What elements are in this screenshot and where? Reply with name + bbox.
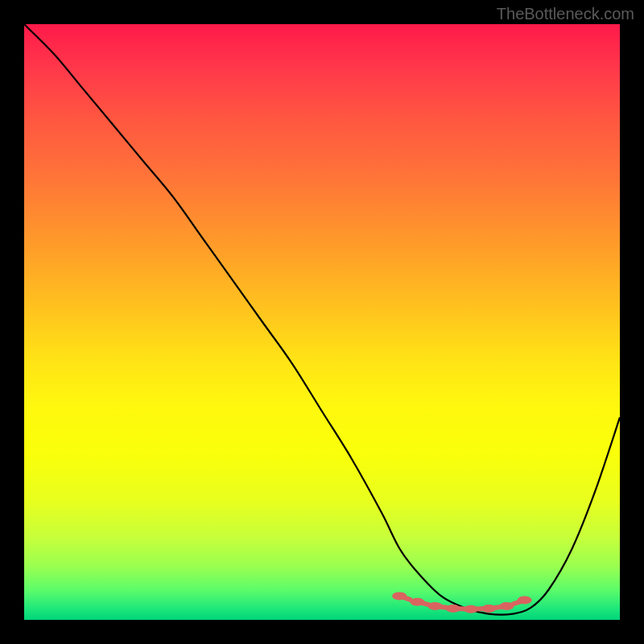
marker-dot [446, 605, 460, 613]
marker-dot [392, 592, 407, 600]
marker-dot [518, 597, 532, 605]
marker-dot [410, 598, 424, 606]
chart-svg [24, 24, 620, 620]
marker-dot [464, 605, 478, 613]
marker-dot [481, 605, 496, 613]
plot-area [24, 24, 620, 620]
bottleneck-curve [24, 24, 620, 615]
marker-dot [499, 602, 514, 610]
watermark-text: TheBottleneck.com [497, 5, 634, 23]
marker-dot [428, 602, 443, 610]
marker-dots [392, 592, 531, 613]
